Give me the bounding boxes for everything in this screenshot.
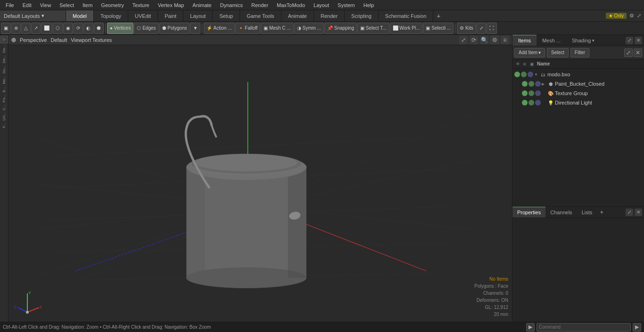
left-label-de2[interactable]: De...: [1, 54, 7, 64]
menu-render[interactable]: Render: [248, 1, 272, 9]
menu-file[interactable]: File: [2, 1, 18, 9]
left-label-f[interactable]: F...: [1, 122, 7, 129]
tab-model[interactable]: Model: [66, 10, 94, 21]
tool-undo[interactable]: ⟳: [74, 23, 83, 34]
tool-fullscreen[interactable]: ⛶: [487, 23, 497, 34]
panel-close-icon[interactable]: ✕: [635, 37, 642, 44]
tool-expand[interactable]: ⤢: [477, 23, 486, 34]
eye2-texture-group[interactable]: [528, 90, 534, 96]
tool-sphere[interactable]: ⬡: [53, 23, 63, 34]
star-badge[interactable]: ★ Only: [606, 13, 627, 19]
viewport-resize-icon[interactable]: ⤢: [459, 36, 468, 44]
tab-paint[interactable]: Paint: [158, 10, 183, 21]
select-button[interactable]: Select: [547, 48, 569, 57]
viewport-canvas[interactable]: No Items Polygons : Face Channels: 0 Def…: [8, 45, 512, 322]
filter-button[interactable]: Filter: [570, 48, 589, 57]
scene-item-directional-light[interactable]: ▶ 💡 Directional Light: [512, 98, 644, 107]
panel-expand-icon[interactable]: ⤢: [626, 37, 633, 44]
eye3-paint-bucket[interactable]: [535, 81, 541, 87]
panel-tab-mesh[interactable]: Mesh ...: [537, 35, 566, 46]
prop-tab-channels[interactable]: Channels: [545, 207, 577, 218]
tool-transform[interactable]: △: [21, 23, 31, 34]
tab-render[interactable]: Render: [314, 10, 345, 21]
tool-polygon-type[interactable]: ▼: [190, 23, 200, 34]
tab-game-tools[interactable]: Game Tools: [240, 10, 281, 21]
add-item-button[interactable]: Add Item ▾: [514, 48, 545, 57]
viewport-shading[interactable]: Viewport Textures: [71, 37, 112, 43]
menu-view[interactable]: View: [36, 1, 55, 9]
tool-action[interactable]: ⚡ Action ...: [204, 23, 234, 34]
viewport-reset-icon[interactable]: ⟳: [470, 36, 478, 44]
prop-tab-lists[interactable]: Lists: [577, 207, 597, 218]
tool-falloff[interactable]: 🔸 Falloff: [235, 23, 261, 34]
layout-dropdown[interactable]: Default Layouts ▾: [0, 10, 66, 21]
tab-setup[interactable]: Setup: [213, 10, 240, 21]
left-label-de1[interactable]: De...: [1, 44, 7, 54]
tab-scripting[interactable]: Scripting: [345, 10, 379, 21]
viewport-search-icon[interactable]: 🔍: [480, 36, 488, 44]
eye3-modo-bxo[interactable]: [528, 72, 533, 77]
tool-polygons[interactable]: ⬟ Polygons: [159, 23, 190, 34]
menu-maxtomodo[interactable]: MaxToModo: [273, 1, 309, 9]
tab-topology[interactable]: Topology: [94, 10, 128, 21]
layout-expand-icon[interactable]: ⤢: [637, 13, 641, 19]
menu-geometry[interactable]: Geometry: [97, 1, 127, 9]
eye2-modo-bxo[interactable]: [521, 72, 527, 77]
prop-expand-icon[interactable]: ⤢: [626, 209, 633, 216]
tool-snapping[interactable]: 📌 Snapping: [324, 23, 357, 34]
command-submit-btn[interactable]: ▶: [633, 323, 641, 332]
tool-vertices[interactable]: ● Vertices: [107, 23, 133, 34]
tab-schematic-fusion[interactable]: Schematic Fusion: [379, 10, 433, 21]
tool-diamond[interactable]: ⬟: [94, 23, 104, 34]
eye-paint-bucket[interactable]: [522, 81, 528, 87]
command-arrow-btn[interactable]: ▶: [526, 323, 535, 332]
eye-texture-group[interactable]: [522, 90, 528, 96]
viewport-camera[interactable]: Default: [50, 37, 67, 43]
menu-animate[interactable]: Animate: [189, 1, 215, 9]
menu-help[interactable]: Help: [360, 1, 378, 9]
tool-origin[interactable]: ⊕: [11, 23, 21, 34]
tool-kits[interactable]: ⚙ Kits: [457, 23, 476, 34]
left-label-c[interactable]: C...: [1, 104, 7, 111]
menu-vertex-map[interactable]: Vertex Map: [154, 1, 188, 9]
tool-select-mode[interactable]: ▣: [1, 23, 11, 34]
tab-uvedit[interactable]: UVEdit: [128, 10, 158, 21]
tool-edges[interactable]: ⬡ Edges: [134, 23, 158, 34]
tool-rotate[interactable]: ◉: [63, 23, 73, 34]
eye-modo-bxo[interactable]: [514, 72, 520, 77]
menu-texture[interactable]: Texture: [129, 1, 153, 9]
eye2-paint-bucket[interactable]: [528, 81, 534, 87]
tab-animate[interactable]: Animate: [281, 10, 314, 21]
menu-layout[interactable]: Layout: [310, 1, 333, 9]
tool-mesh[interactable]: ▣ Mesh C ...: [261, 23, 293, 34]
prop-close-icon[interactable]: ✕: [635, 209, 642, 216]
eye-directional-light[interactable]: [522, 100, 528, 105]
eye2-directional-light[interactable]: [528, 100, 534, 105]
menu-edit[interactable]: Edit: [19, 1, 35, 9]
left-btn-1[interactable]: ◁: [0, 36, 8, 43]
eye3-directional-light[interactable]: [535, 100, 541, 105]
left-label-e[interactable]: E...: [1, 86, 7, 93]
panel-tab-items[interactable]: Items: [512, 35, 537, 46]
left-label-dup[interactable]: Du...: [1, 65, 7, 74]
layout-settings-icon[interactable]: ⚙: [629, 13, 634, 19]
left-label-me[interactable]: Me...: [1, 75, 7, 85]
items-close-icon[interactable]: ✕: [634, 49, 642, 57]
tab-layout[interactable]: Layout: [183, 10, 213, 21]
left-label-po[interactable]: Po...: [1, 94, 7, 103]
viewport-menu-icon[interactable]: ≡: [501, 36, 509, 44]
prop-tab-properties[interactable]: Properties: [512, 207, 545, 218]
tool-box[interactable]: ⬜: [41, 23, 52, 34]
tab-add-button[interactable]: +: [433, 11, 444, 21]
tool-selection[interactable]: ▣ Selecti ...: [423, 23, 454, 34]
scene-item-paint-bucket[interactable]: ▶ ⬟ Paint_Bucket_Closed: [512, 79, 644, 89]
items-expand-icon[interactable]: ⤢: [624, 49, 633, 57]
menu-item[interactable]: Item: [79, 1, 96, 9]
eye3-texture-group[interactable]: [535, 90, 541, 96]
tool-move[interactable]: ↗: [31, 23, 41, 34]
panel-tab-shading[interactable]: Shading ▾: [566, 35, 600, 46]
tool-workplane[interactable]: ⬜ Work Pl...: [390, 23, 423, 34]
scene-item-texture-group[interactable]: ▶ 🎨 Texture Group: [512, 89, 644, 98]
menu-select[interactable]: Select: [56, 1, 78, 9]
left-label-uv[interactable]: UV...: [1, 112, 7, 121]
